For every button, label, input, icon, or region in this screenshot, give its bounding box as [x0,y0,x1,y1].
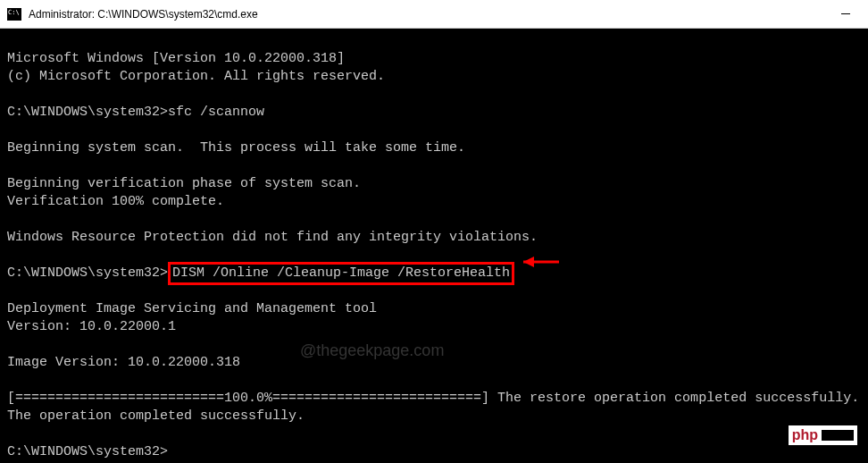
operation-complete-line: The operation completed successfully. [7,408,305,424]
prompt-path: C:\WINDOWS\system32> [7,444,168,459]
minimize-button[interactable] [841,13,850,14]
version-line: Microsoft Windows [Version 10.0.22000.31… [7,51,345,66]
verification-complete-line: Verification 100% complete. [7,194,224,209]
dism-version-line: Version: 10.0.22000.1 [7,319,176,334]
window-controls [841,13,861,14]
terminal-output[interactable]: Microsoft Windows [Version 10.0.22000.31… [0,29,868,463]
php-badge: php [789,425,857,445]
cmd-icon [7,8,21,21]
badge-label: php [792,427,818,443]
copyright-line: (c) Microsoft Corporation. All rights re… [7,69,385,84]
window-title: Administrator: C:\WINDOWS\system32\cmd.e… [29,8,841,21]
badge-block-icon [822,430,854,441]
prompt-path: C:\WINDOWS\system32> [7,265,168,281]
sfc-command: sfc /scannow [168,105,264,120]
prompt-path: C:\WINDOWS\system32> [7,105,168,120]
integrity-result-line: Windows Resource Protection did not find… [7,230,538,245]
watermark-text: @thegeekpage.com [300,341,444,360]
progress-line: [==========================100.0%=======… [7,391,859,406]
scan-begin-line: Beginning system scan. This process will… [7,140,465,156]
image-version-line: Image Version: 10.0.22000.318 [7,355,240,370]
callout-arrow-icon [523,254,568,270]
dism-command-highlighted: DISM /Online /Cleanup-Image /RestoreHeal… [168,262,514,285]
titlebar: Administrator: C:\WINDOWS\system32\cmd.e… [0,0,868,29]
dism-tool-line: Deployment Image Servicing and Managemen… [7,301,377,316]
verification-begin-line: Beginning verification phase of system s… [7,176,361,191]
